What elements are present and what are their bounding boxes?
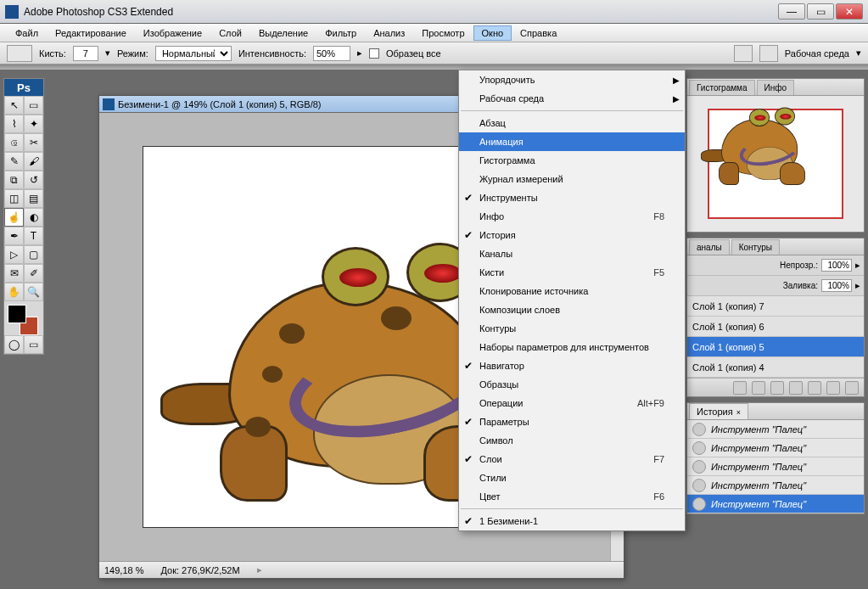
eyedropper-tool[interactable]: ✐: [24, 264, 43, 283]
menu-item[interactable]: Журнал измерений: [459, 170, 685, 188]
smudge-tool[interactable]: ☝: [4, 208, 24, 227]
menu-item[interactable]: Наборы параметров для инструментов: [459, 338, 685, 356]
dodge-tool[interactable]: ◐: [24, 208, 43, 227]
type-tool[interactable]: T: [24, 227, 43, 245]
slice-tool[interactable]: ✂: [24, 133, 43, 152]
fx-icon[interactable]: [752, 381, 765, 395]
menu-редактирование[interactable]: Редактирование: [47, 25, 135, 41]
menu-item[interactable]: Стили: [459, 468, 685, 487]
tool-preset-icon[interactable]: [7, 45, 32, 62]
menu-выделение[interactable]: Выделение: [250, 25, 316, 41]
menu-item[interactable]: ЦветF6: [459, 487, 685, 506]
zoom-tool[interactable]: 🔍: [24, 283, 43, 301]
menu-item[interactable]: ✔История: [459, 226, 685, 244]
color-swatches[interactable]: [4, 301, 43, 335]
menu-просмотр[interactable]: Просмотр: [413, 25, 473, 41]
tab-history[interactable]: История×: [689, 403, 748, 419]
menu-item[interactable]: ОперацииAlt+F9: [459, 394, 685, 412]
quickmask-toggle[interactable]: ◯: [4, 335, 24, 354]
gradient-tool[interactable]: ▤: [24, 189, 43, 208]
wand-tool[interactable]: ✦: [24, 115, 43, 133]
layer-row[interactable]: Слой 1 (копия) 5: [687, 337, 864, 357]
opt-icon-1[interactable]: [734, 45, 753, 62]
lock-icon-1[interactable]: [691, 280, 703, 292]
new-layer-icon[interactable]: [826, 381, 840, 395]
menu-item[interactable]: Контуры: [459, 319, 685, 338]
menu-файл[interactable]: Файл: [7, 25, 47, 41]
tab-close-icon[interactable]: ×: [736, 408, 741, 417]
minimize-button[interactable]: —: [778, 3, 805, 20]
menu-item[interactable]: КистиF5: [459, 263, 685, 282]
navigator-thumbnail[interactable]: [708, 109, 843, 219]
menu-item[interactable]: ✔Инструменты: [459, 188, 685, 207]
notes-tool[interactable]: ✉: [4, 264, 24, 283]
menu-изображение[interactable]: Изображение: [135, 25, 210, 41]
fill-arrow-icon[interactable]: ▸: [855, 280, 860, 291]
menu-item[interactable]: Абзац: [459, 114, 685, 132]
adj-icon[interactable]: [789, 381, 803, 395]
menu-item[interactable]: ✔Параметры: [459, 412, 685, 431]
layer-row[interactable]: Слой 1 (копия) 4: [687, 357, 864, 378]
crop-tool[interactable]: ⟃: [4, 133, 24, 152]
workspace-label[interactable]: Рабочая среда: [785, 48, 849, 59]
zoom-value[interactable]: 149,18 %: [104, 565, 143, 575]
sample-all-checkbox[interactable]: [369, 48, 379, 59]
mode-select[interactable]: Нормальный: [155, 46, 232, 61]
menu-фильтр[interactable]: Фильтр: [316, 25, 365, 41]
menu-item[interactable]: Рабочая среда▶: [459, 89, 685, 108]
link-layers-icon[interactable]: [733, 381, 747, 395]
fill-input[interactable]: [821, 279, 852, 292]
lock-icon-2[interactable]: [706, 280, 718, 292]
maximize-button[interactable]: ▭: [807, 3, 834, 20]
trash-icon[interactable]: [845, 381, 859, 395]
brush-dropdown-icon[interactable]: ▾: [105, 48, 110, 59]
menu-item[interactable]: ИнфоF8: [459, 207, 685, 226]
menu-item[interactable]: ✔Навигатор: [459, 356, 685, 375]
mask-icon[interactable]: [770, 381, 784, 395]
history-row[interactable]: Инструмент "Палец": [687, 495, 864, 513]
tab-channels[interactable]: аналы: [689, 239, 730, 255]
menu-item[interactable]: Гистограмма: [459, 151, 685, 170]
opacity-input[interactable]: [821, 259, 852, 272]
doc-size-value[interactable]: Док: 276,9K/2,52M: [160, 565, 239, 575]
healing-tool[interactable]: ✎: [4, 152, 24, 171]
menu-item[interactable]: Образцы: [459, 375, 685, 394]
move-tool[interactable]: ↖: [4, 96, 24, 115]
close-button[interactable]: ✕: [836, 3, 863, 20]
menu-item[interactable]: Символ: [459, 431, 685, 450]
path-tool[interactable]: ▷: [4, 245, 24, 264]
lock-icon-4[interactable]: [736, 280, 748, 292]
fg-color-swatch[interactable]: [8, 305, 26, 323]
hand-tool[interactable]: ✋: [4, 283, 24, 301]
menu-item[interactable]: Каналы: [459, 244, 685, 263]
history-row[interactable]: Инструмент "Палец": [687, 457, 864, 476]
tab-paths[interactable]: Контуры: [731, 239, 780, 255]
history-row[interactable]: Инструмент "Палец": [687, 439, 864, 457]
intensity-input[interactable]: [313, 46, 350, 61]
menu-item[interactable]: ✔1 Безимени-1: [459, 512, 685, 530]
menu-анализ[interactable]: Анализ: [365, 25, 413, 41]
menu-item[interactable]: Анимация: [459, 132, 685, 151]
menu-item[interactable]: Клонирование источника: [459, 282, 685, 300]
opacity-arrow-icon[interactable]: ▸: [855, 260, 860, 271]
status-arrow-icon[interactable]: ▸: [257, 564, 262, 575]
brush-tool[interactable]: 🖌: [24, 152, 43, 171]
lasso-tool[interactable]: ⌇: [4, 115, 24, 133]
menu-item[interactable]: ✔СлоиF7: [459, 450, 685, 468]
screenmode-toggle[interactable]: ▭: [24, 335, 43, 354]
menu-окно[interactable]: Окно: [473, 25, 512, 41]
history-row[interactable]: Инструмент "Палец": [687, 476, 864, 495]
layer-row[interactable]: Слой 1 (копия) 7: [687, 296, 864, 317]
menu-item[interactable]: Композиции слоев: [459, 300, 685, 319]
history-brush-tool[interactable]: ↺: [24, 171, 43, 189]
menu-item[interactable]: Упорядочить▶: [459, 70, 685, 89]
lock-icon-3[interactable]: [721, 280, 733, 292]
eraser-tool[interactable]: ◫: [4, 189, 24, 208]
layer-row[interactable]: Слой 1 (копия) 6: [687, 317, 864, 337]
marquee-tool[interactable]: ▭: [24, 96, 43, 115]
pen-tool[interactable]: ✒: [4, 227, 24, 245]
shape-tool[interactable]: ▢: [24, 245, 43, 264]
intensity-arrow-icon[interactable]: ▸: [357, 48, 362, 59]
group-icon[interactable]: [808, 381, 821, 395]
opt-icon-2[interactable]: [759, 45, 778, 62]
